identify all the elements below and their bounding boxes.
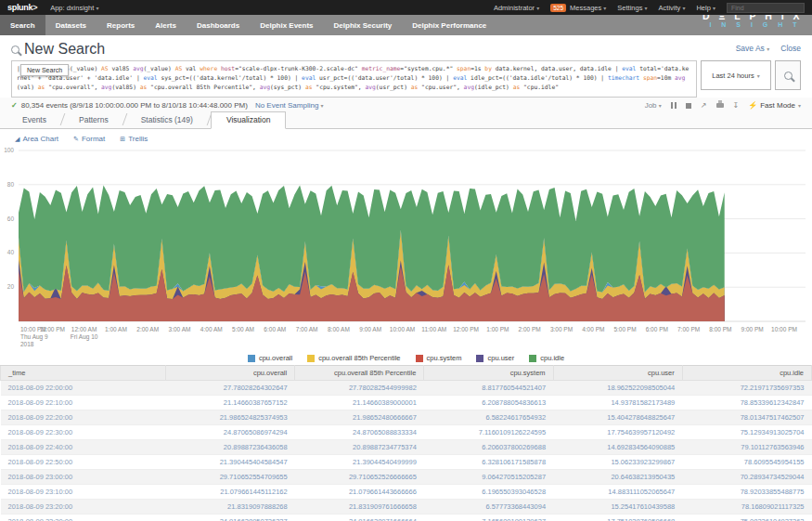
value-cell[interactable]: 78.01347517462507	[682, 410, 811, 425]
value-cell[interactable]: 21.390445404584547	[166, 455, 295, 470]
value-cell[interactable]: 24.916638971666664	[295, 514, 424, 521]
value-cell[interactable]: 6.58224617654932	[424, 410, 553, 425]
legend-item-cpu-overall[interactable]: cpu.overall	[248, 354, 292, 362]
search-mode-menu[interactable]: ⚡ Fast Mode ▾	[748, 101, 801, 110]
value-cell[interactable]: 20.64638213950435	[553, 470, 682, 485]
administrator-menu[interactable]: Administrator ▾	[494, 4, 539, 12]
value-cell[interactable]: 78.85339612342847	[682, 396, 811, 410]
value-cell[interactable]: 78.92033855488775	[682, 485, 811, 500]
value-cell[interactable]: 7.165600190129637	[424, 514, 553, 521]
value-cell[interactable]: 21.39044540499999	[295, 455, 424, 470]
trellis-button[interactable]: ⊞Trellis	[120, 135, 148, 143]
value-cell[interactable]: 20.89887236436058	[166, 440, 295, 455]
nav-item-search[interactable]: Search	[0, 15, 45, 35]
value-cell[interactable]: 21.986524825374953	[166, 410, 295, 425]
value-cell[interactable]: 75.08336104927362	[682, 514, 811, 521]
tab-statistics[interactable]: Statistics (149)	[126, 112, 208, 128]
col-header-cpu-overall[interactable]: cpu.overall	[166, 366, 295, 381]
time-cell[interactable]: 2018-08-09 22:10:00	[1, 396, 166, 410]
time-cell[interactable]: 2018-08-09 23:30:00	[1, 514, 166, 521]
value-cell[interactable]: 75.12934913025704	[682, 425, 811, 440]
nav-item-alerts[interactable]: Alerts	[145, 15, 187, 35]
value-cell[interactable]: 78.16809021117325	[682, 500, 811, 514]
format-button[interactable]: ✎Format	[73, 135, 105, 143]
time-range-picker[interactable]: Last 24 hours▾	[701, 60, 771, 90]
chart-type-button[interactable]: ◢Area Chart	[15, 135, 58, 143]
value-cell[interactable]: 24.916638950726327	[166, 514, 295, 521]
value-cell[interactable]: 27.78028264302647	[166, 381, 295, 396]
value-cell[interactable]: 17.751038760596668	[553, 514, 682, 521]
nav-item-delphix-events[interactable]: Delphix Events	[250, 15, 323, 35]
time-cell[interactable]: 2018-08-09 23:00:00	[1, 470, 166, 485]
activity-menu[interactable]: Activity ▾	[659, 4, 686, 12]
col-header-cpu-idle[interactable]: cpu.idle	[682, 366, 811, 381]
value-cell[interactable]: 7.1160109126224595	[424, 425, 553, 440]
find-input[interactable]	[727, 3, 805, 13]
value-cell[interactable]: 29.710652554709655	[166, 470, 295, 485]
col-header-cpu-user[interactable]: cpu.user	[553, 366, 682, 381]
value-cell[interactable]: 17.754639957120492	[553, 425, 682, 440]
legend-item-cpu-system[interactable]: cpu.system	[416, 354, 462, 362]
value-cell[interactable]: 6.57773368443094	[424, 500, 553, 514]
messages-menu[interactable]: Messages ▾	[570, 4, 606, 12]
nav-item-reports[interactable]: Reports	[97, 15, 145, 35]
value-cell[interactable]: 14.883111052065647	[553, 485, 682, 500]
value-cell[interactable]: 79.10112763563946	[682, 440, 811, 455]
legend-item-cpu-overall-85th-percentile[interactable]: cpu.overall 85th Percentile	[307, 354, 400, 362]
value-cell[interactable]: 21.079661443666666	[295, 485, 424, 500]
help-menu[interactable]: Help ▾	[696, 4, 715, 12]
value-cell[interactable]: 15.06233923299867	[553, 455, 682, 470]
print-icon[interactable]	[716, 103, 724, 108]
value-cell[interactable]: 15.404278648825647	[553, 410, 682, 425]
nav-item-datasets[interactable]: Datasets	[45, 15, 97, 35]
app-menu[interactable]: App: dxinsight ▾	[50, 4, 98, 12]
event-sampling-menu[interactable]: No Event Sampling ▾	[255, 101, 324, 110]
tab-events[interactable]: Events	[7, 112, 61, 128]
value-cell[interactable]: 8.817760544521407	[424, 381, 553, 396]
value-cell[interactable]: 18.962522098505044	[553, 381, 682, 396]
value-cell[interactable]: 6.206037800269688	[424, 440, 553, 455]
col-header-cpu-overall-85th-percentile[interactable]: cpu.overall 85th Percentile	[295, 366, 424, 381]
value-cell[interactable]: 6.196550393046528	[424, 485, 553, 500]
value-cell[interactable]: 78.6095545954155	[682, 455, 811, 470]
value-cell[interactable]: 70.28934734529044	[682, 470, 811, 485]
area-chart[interactable]: 2040608010010:00 PM11:00 PM12:00 AM1:00 …	[0, 145, 812, 365]
settings-menu[interactable]: Settings ▾	[617, 4, 647, 12]
value-cell[interactable]: 72.21971735697353	[682, 381, 811, 396]
tab-patterns[interactable]: Patterns	[64, 112, 123, 128]
col-header-cpu-system[interactable]: cpu.system	[424, 366, 553, 381]
time-cell[interactable]: 2018-08-09 22:30:00	[1, 425, 166, 440]
value-cell[interactable]: 6.328106171585878	[424, 455, 553, 470]
tab-visualization[interactable]: Visualization	[211, 111, 287, 129]
chart-canvas[interactable]: 2040608010010:00 PM11:00 PM12:00 AM1:00 …	[0, 145, 812, 349]
nav-item-delphix-security[interactable]: Delphix Security	[324, 15, 403, 35]
time-cell[interactable]: 2018-08-09 23:10:00	[1, 485, 166, 500]
col-header--time[interactable]: _time	[1, 366, 166, 381]
search-query-input[interactable]: | mstats perc95(_value) AS val85 avg(_va…	[11, 60, 697, 98]
value-cell[interactable]: 14.692834564090885	[553, 440, 682, 455]
value-cell[interactable]: 24.87065086974294	[166, 425, 295, 440]
time-cell[interactable]: 2018-08-09 22:50:00	[1, 455, 166, 470]
time-cell[interactable]: 2018-08-09 23:20:00	[1, 500, 166, 514]
time-cell[interactable]: 2018-08-09 22:40:00	[1, 440, 166, 455]
close-button[interactable]: Close	[780, 44, 801, 53]
nav-item-delphix-performance[interactable]: Delphix Performance	[402, 15, 496, 35]
pause-job-icon[interactable]	[671, 102, 677, 109]
value-cell[interactable]: 21.8319097888268	[166, 500, 295, 514]
value-cell[interactable]: 6.208788054836613	[424, 396, 553, 410]
value-cell[interactable]: 20.89887234775374	[295, 440, 424, 455]
value-cell[interactable]: 21.14660389000001	[295, 396, 424, 410]
legend-item-cpu-user[interactable]: cpu.user	[476, 354, 514, 362]
value-cell[interactable]: 21.831909761666658	[295, 500, 424, 514]
legend-item-cpu-idle[interactable]: cpu.idle	[529, 354, 564, 362]
nav-item-dashboards[interactable]: Dashboards	[187, 15, 250, 35]
time-cell[interactable]: 2018-08-09 22:20:00	[1, 410, 166, 425]
value-cell[interactable]: 21.98652480666667	[295, 410, 424, 425]
value-cell[interactable]: 15.25417610439588	[553, 500, 682, 514]
export-icon[interactable]: ↧	[733, 101, 740, 110]
stop-job-icon[interactable]	[686, 103, 691, 109]
value-cell[interactable]: 9.064270515205287	[424, 470, 553, 485]
job-menu[interactable]: Job ▾	[645, 101, 662, 110]
splunk-logo[interactable]: splunk>	[7, 3, 37, 12]
value-cell[interactable]: 14.93781582173489	[553, 396, 682, 410]
